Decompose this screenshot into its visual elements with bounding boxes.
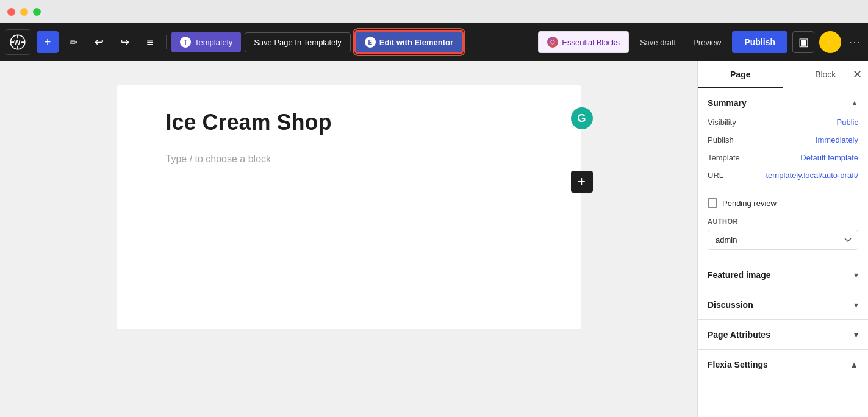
flexia-settings-section[interactable]: Flexia Settings ▲ (698, 350, 868, 379)
toolbar-right: ⬡ Essential Blocks Save draft Preview Pu… (538, 31, 863, 53)
template-row: Template Default template (708, 153, 858, 162)
preview-button[interactable]: Preview (687, 33, 727, 52)
discussion-title: Discussion (708, 300, 753, 310)
view-icon: ▣ (798, 35, 809, 49)
more-options-button[interactable]: ⋯ (846, 32, 863, 52)
flexia-settings-title: Flexia Settings (708, 360, 768, 369)
main-layout: G Ice Cream Shop Type / to choose a bloc… (0, 61, 868, 417)
save-templately-label: Save Page In Templately (254, 38, 342, 47)
publish-label: Publish (708, 135, 734, 144)
preview-label: Preview (693, 38, 721, 47)
editor-content: G Ice Cream Shop Type / to choose a bloc… (117, 85, 581, 329)
save-page-templately-button[interactable]: Save Page In Templately (245, 32, 351, 52)
summary-section-header[interactable]: Summary ▲ (698, 88, 868, 118)
summary-section: Summary ▲ Visibility Public Publish Imme… (698, 88, 868, 260)
page-attributes-chevron-icon: ▾ (854, 330, 858, 340)
sidebar: Page Block ✕ Summary ▲ Visibility Public… (697, 61, 868, 417)
add-block-button[interactable]: + (37, 31, 59, 53)
list-view-button[interactable]: ≡ (139, 31, 161, 53)
page-attributes-title: Page Attributes (708, 330, 770, 340)
visibility-label: Visibility (708, 118, 736, 127)
templately-label: Templately (195, 38, 232, 47)
featured-image-chevron-icon: ▾ (854, 270, 858, 280)
author-select[interactable]: admin (708, 230, 858, 250)
pencil-button[interactable]: ✏ (62, 31, 84, 53)
pending-review-label: Pending review (722, 199, 777, 208)
minimize-button[interactable] (20, 8, 28, 16)
wp-logo[interactable]: W (5, 29, 30, 55)
fullscreen-button[interactable] (33, 8, 41, 16)
flexia-settings-chevron-icon: ▲ (850, 360, 858, 369)
add-block-inline-button[interactable]: + (571, 171, 593, 193)
summary-chevron-icon: ▲ (851, 99, 858, 107)
author-section: AUTHOR admin (698, 218, 868, 260)
essential-blocks-label: Essential Blocks (562, 38, 620, 47)
block-placeholder[interactable]: Type / to choose a block (166, 154, 532, 165)
page-attributes-section[interactable]: Page Attributes ▾ (698, 320, 868, 350)
lightning-button[interactable]: ⚡ (819, 31, 841, 53)
redo-button[interactable]: ↪ (113, 31, 135, 53)
titlebar (0, 0, 868, 23)
essential-blocks-button[interactable]: ⬡ Essential Blocks (538, 31, 629, 53)
editor-area: G Ice Cream Shop Type / to choose a bloc… (0, 61, 697, 417)
publish-value[interactable]: Immediately (816, 135, 858, 144)
elementor-label: Edit with Elementor (379, 38, 453, 47)
pending-review-checkbox[interactable] (708, 198, 717, 208)
tab-page[interactable]: Page (698, 61, 783, 88)
publish-label: Publish (744, 37, 775, 47)
url-label: URL (708, 171, 723, 180)
url-value[interactable]: templately.local/auto-draft/ (766, 171, 859, 180)
template-label: Template (708, 153, 740, 162)
discussion-chevron-icon: ▾ (854, 300, 858, 310)
wp-toolbar: W + ✏ ↩ ↪ ≡ T Templately Save Page In Te… (0, 23, 868, 61)
visibility-value[interactable]: Public (837, 118, 858, 127)
author-label: AUTHOR (708, 218, 858, 225)
grammarly-icon: G (571, 107, 593, 129)
templately-button[interactable]: T Templately (171, 32, 241, 52)
summary-content: Visibility Public Publish Immediately Te… (698, 118, 868, 198)
visibility-row: Visibility Public (708, 118, 858, 127)
templately-icon: T (180, 37, 191, 48)
sidebar-tabs: Page Block ✕ (698, 61, 868, 88)
save-draft-label: Save draft (640, 38, 676, 47)
elementor-icon: E (365, 37, 376, 48)
publish-row: Publish Immediately (708, 135, 858, 144)
featured-image-section[interactable]: Featured image ▾ (698, 260, 868, 290)
close-button[interactable] (7, 8, 15, 16)
sidebar-close-button[interactable]: ✕ (853, 68, 862, 81)
toolbar-divider-1 (166, 35, 167, 49)
toggle-view-button[interactable]: ▣ (792, 31, 814, 53)
template-value[interactable]: Default template (800, 153, 858, 162)
page-title[interactable]: Ice Cream Shop (166, 110, 532, 135)
featured-image-title: Featured image (708, 270, 770, 280)
lightning-icon: ⚡ (825, 37, 836, 47)
edit-elementor-button[interactable]: E Edit with Elementor (354, 30, 464, 54)
save-draft-button[interactable]: Save draft (634, 33, 682, 52)
pending-review-row: Pending review (698, 198, 868, 208)
publish-button[interactable]: Publish (732, 31, 787, 53)
discussion-section[interactable]: Discussion ▾ (698, 290, 868, 320)
essential-blocks-icon: ⬡ (547, 37, 558, 48)
url-row: URL templately.local/auto-draft/ (708, 171, 858, 180)
summary-title: Summary (708, 98, 747, 108)
undo-button[interactable]: ↩ (88, 31, 110, 53)
svg-text:W: W (14, 39, 20, 46)
